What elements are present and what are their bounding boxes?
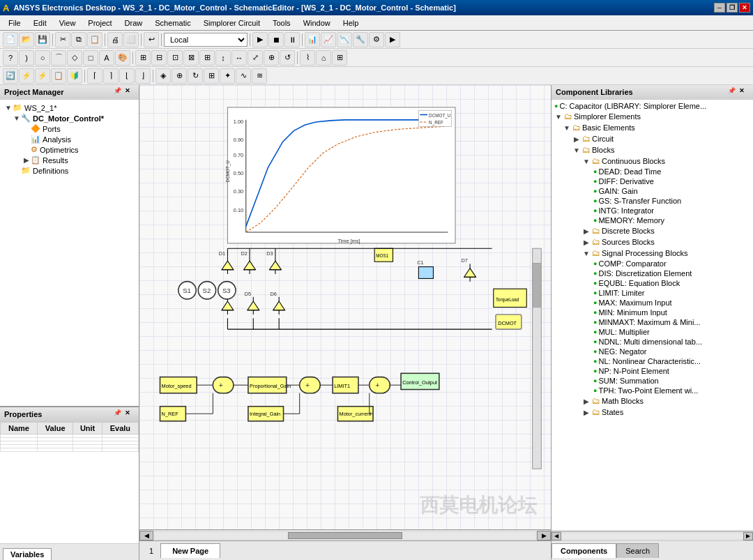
tb-r2-1[interactable]: ? (3, 50, 18, 66)
tb-r3-8[interactable]: ⌊ (119, 68, 135, 84)
menu-project[interactable]: Project (82, 17, 117, 29)
tb-r2-3[interactable]: ○ (35, 50, 50, 66)
cl-minmaxt[interactable]: ● MINMAXT: Maximum & Mini... (553, 317, 752, 327)
tab-search[interactable]: Search (616, 543, 659, 558)
pm-close-btn[interactable]: ✕ (125, 87, 135, 97)
tb-r3-6[interactable]: ⌈ (87, 68, 102, 84)
cl-sum[interactable]: ● SUM: Summation (553, 376, 752, 386)
menu-edit[interactable]: Edit (28, 17, 52, 29)
cl-diff[interactable]: ● DIFF: Derivative (553, 176, 752, 186)
cl-blocks[interactable]: ▼ 🗂 Blocks (553, 144, 752, 156)
menu-simplorer[interactable]: Simplorer Circuit (198, 17, 266, 29)
cl-mul[interactable]: ● MUL: Multiplier (553, 327, 752, 337)
tb-r3-10[interactable]: ◈ (155, 68, 171, 84)
pm-pin-btn[interactable]: 📌 (114, 87, 123, 97)
scroll-left-btn[interactable]: ◀ (139, 531, 153, 540)
tb-r2-6[interactable]: □ (83, 50, 98, 66)
tb5[interactable]: ▶ (252, 32, 268, 47)
tb-r2-18[interactable]: ↺ (280, 50, 295, 66)
cl-continuous-blocks[interactable]: ▼ 🗂 Continuous Blocks (553, 156, 752, 167)
page-tab[interactable]: New Page (160, 543, 220, 558)
schematic-canvas[interactable]: 1.00 0.90 0.70 0.50 0.30 0.10 DCMOT_U Ti… (139, 85, 551, 529)
cl-basic-elements[interactable]: ▼ 🗂 Basic Elements (553, 122, 752, 133)
close-button[interactable]: ✕ (739, 3, 750, 13)
menu-window[interactable]: Window (298, 17, 336, 29)
tb-r2-8[interactable]: 🎨 (115, 50, 130, 66)
tb7[interactable]: ⏸ (284, 32, 300, 47)
cl-sources-blocks[interactable]: ▶ 🗂 Sources Blocks (553, 236, 752, 248)
cl-comp[interactable]: ● COMP: Comparator (553, 259, 752, 268)
cl-ndnl[interactable]: ● NDNL: Multi dimensional tab... (553, 337, 752, 347)
open-btn[interactable]: 📂 (19, 32, 34, 47)
cl-dis[interactable]: ● DIS: Discretization Element (553, 268, 752, 278)
tb-r2-20[interactable]: ⌂ (316, 50, 331, 66)
prop-pin-btn[interactable]: 📌 (114, 409, 123, 419)
copy-btn[interactable]: ⧉ (71, 32, 86, 47)
tb-r2-10[interactable]: ⊟ (151, 50, 167, 66)
tb6[interactable]: ⏹ (268, 32, 284, 47)
project-combo[interactable]: Local (164, 33, 248, 47)
cl-scrollbar-h[interactable]: ◀ ▶ (552, 531, 753, 540)
cl-nl[interactable]: ● NL: Nonlinear Characteristic... (553, 356, 752, 366)
undo-btn[interactable]: ↩ (144, 32, 159, 47)
cl-scroll-right[interactable]: ▶ (743, 532, 753, 540)
tb-r3-14[interactable]: ✦ (220, 68, 235, 84)
cl-limit[interactable]: ● LIMIT: Limiter (553, 288, 752, 298)
prop-close-btn[interactable]: ✕ (125, 409, 135, 419)
tb9[interactable]: 📈 (321, 32, 336, 47)
print-btn[interactable]: 🖨 (107, 32, 123, 47)
tb-r3-3[interactable]: ⚡ (35, 68, 50, 84)
cl-tph[interactable]: ● TPH: Two-Point Element wi... (553, 386, 752, 395)
cl-states[interactable]: ▶ 🗂 States (553, 407, 752, 418)
tree-analysis[interactable]: 📊 Analysis (3, 134, 136, 144)
cl-scroll-track[interactable] (561, 533, 743, 539)
cut-btn[interactable]: ✂ (55, 32, 70, 47)
tb-r2-13[interactable]: ⊞ (199, 50, 215, 66)
tb-r2-16[interactable]: ⤢ (248, 50, 263, 66)
tb-r3-2[interactable]: ⚡ (19, 68, 34, 84)
cl-equbl[interactable]: ● EQUBL: Equation Block (553, 278, 752, 288)
tb-r3-16[interactable]: ≋ (252, 68, 267, 84)
tb-r2-19[interactable]: ⌇ (300, 50, 315, 66)
paste-btn[interactable]: 📋 (87, 32, 102, 47)
tb-r3-13[interactable]: ⊞ (204, 68, 219, 84)
save-btn[interactable]: 💾 (35, 32, 50, 47)
scroll-right-btn[interactable]: ▶ (537, 531, 551, 540)
tb13[interactable]: ▶ (385, 32, 400, 47)
new-btn[interactable]: 📄 (3, 32, 18, 47)
tb-r3-11[interactable]: ⊕ (172, 68, 187, 84)
tb-r2-5[interactable]: ◇ (67, 50, 82, 66)
tb-r2-12[interactable]: ⊠ (183, 50, 199, 66)
tb-r3-15[interactable]: ∿ (236, 68, 251, 84)
tb8[interactable]: 📊 (305, 32, 320, 47)
tree-optimetrics[interactable]: ⚙ Optimetrics (3, 144, 136, 155)
tree-definitions[interactable]: 📁 Definitions (3, 165, 136, 176)
menu-help[interactable]: Help (337, 17, 365, 29)
tb-r2-2[interactable]: ) (19, 50, 34, 66)
cl-discrete-blocks[interactable]: ▶ 🗂 Discrete Blocks (553, 225, 752, 236)
cl-memory[interactable]: ● MEMORY: Memory (553, 215, 752, 225)
cl-simplorer-elements[interactable]: ▼ 🗂 Simplorer Elements (553, 111, 752, 122)
tree-ports[interactable]: 🔶 Ports (3, 123, 136, 134)
cl-intg[interactable]: ● INTG: Integrator (553, 206, 752, 215)
menu-tools[interactable]: Tools (267, 17, 296, 29)
menu-draw[interactable]: Draw (119, 17, 149, 29)
tb-r2-17[interactable]: ⊕ (264, 50, 279, 66)
tab-components[interactable]: Components (552, 543, 616, 558)
tb-r3-12[interactable]: ↻ (188, 68, 203, 84)
cl-signal-processing[interactable]: ▼ 🗂 Signal Processing Blocks (553, 248, 752, 259)
menu-schematic[interactable]: Schematic (149, 17, 196, 29)
canvas-scrollbar-h[interactable]: ◀ ▶ (139, 529, 551, 540)
cl-close-btn[interactable]: ✕ (739, 87, 749, 97)
menu-file[interactable]: File (3, 17, 26, 29)
tree-results[interactable]: ▶ 📋 Results (3, 155, 136, 165)
tb-r3-1[interactable]: 🔄 (3, 68, 18, 84)
tb-r2-21[interactable]: ⊞ (332, 50, 347, 66)
tb-r2-15[interactable]: ↔ (231, 50, 247, 66)
cl-math-blocks[interactable]: ▶ 🗂 Math Blocks (553, 395, 752, 407)
tb-r2-4[interactable]: ⌒ (51, 50, 66, 66)
scroll-thumb-h[interactable] (288, 532, 402, 539)
tb-r2-7[interactable]: A (99, 50, 114, 66)
cl-neg[interactable]: ● NEG: Negator (553, 347, 752, 356)
restore-button[interactable]: ❐ (727, 3, 738, 13)
